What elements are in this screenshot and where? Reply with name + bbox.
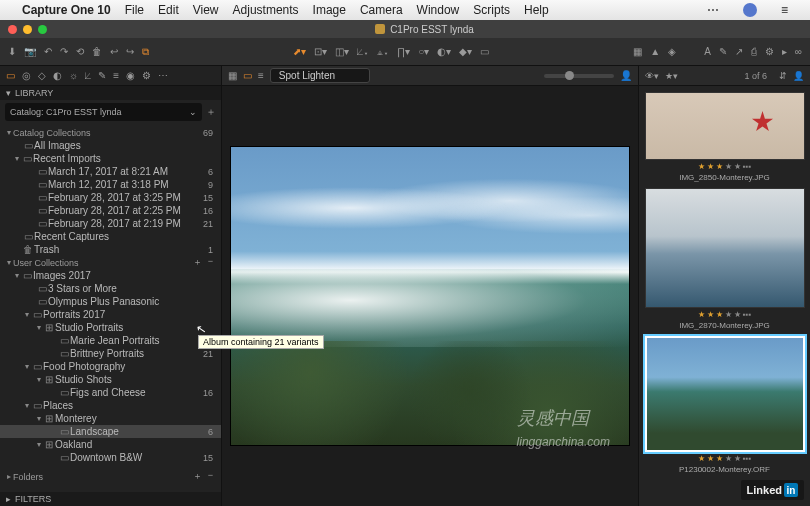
three-stars-album[interactable]: ▭3 Stars or More bbox=[0, 282, 221, 295]
copy-adjustments-icon[interactable]: ↗ bbox=[735, 46, 743, 57]
figs-album[interactable]: ▭Figs and Cheese16 bbox=[0, 386, 221, 399]
studio-shots-group[interactable]: ▾⊞Studio Shots bbox=[0, 373, 221, 386]
user-collections-group[interactable]: ▾User Collections＋− bbox=[0, 256, 221, 269]
straighten-tool-icon[interactable]: ⟁▾ bbox=[377, 46, 389, 57]
downtown-album[interactable]: ▭Downtown B&W15 bbox=[0, 451, 221, 464]
slideshow-icon[interactable]: ▸ bbox=[782, 46, 787, 57]
exposure-tab-icon[interactable]: ☼ bbox=[69, 70, 78, 81]
places-group[interactable]: ▾▭Places bbox=[0, 399, 221, 412]
keystone-tool-icon[interactable]: ∏▾ bbox=[397, 46, 410, 57]
trash-item[interactable]: 🗑Trash1 bbox=[0, 243, 221, 256]
menu-edit[interactable]: Edit bbox=[158, 3, 179, 17]
edit-icon[interactable]: ✎ bbox=[719, 46, 727, 57]
details-tab-icon[interactable]: ✎ bbox=[98, 70, 106, 81]
capture-tab-icon[interactable]: ◎ bbox=[22, 70, 31, 81]
menu-camera[interactable]: Camera bbox=[360, 3, 403, 17]
import-item[interactable]: ▭February 28, 2017 at 3:25 PM15 bbox=[0, 191, 221, 204]
add-collection-button[interactable]: ＋ bbox=[193, 256, 202, 269]
camera-icon[interactable]: 📷 bbox=[24, 46, 36, 57]
status-dotted-icon[interactable]: ⋯ bbox=[707, 3, 719, 17]
zoom-slider[interactable] bbox=[544, 74, 614, 78]
redo-icon[interactable]: ↪ bbox=[126, 46, 134, 57]
hand-tool-icon[interactable]: ⊡▾ bbox=[314, 46, 327, 57]
menu-window[interactable]: Window bbox=[417, 3, 460, 17]
marie-album[interactable]: ▭Marie Jean Portraits11 bbox=[0, 334, 221, 347]
thumbnail-image[interactable] bbox=[645, 188, 805, 308]
lens-tab-icon[interactable]: ◇ bbox=[38, 70, 46, 81]
menu-adjustments[interactable]: Adjustments bbox=[233, 3, 299, 17]
cursor-tool-select[interactable]: Spot Lighten bbox=[270, 68, 370, 83]
main-image-preview[interactable] bbox=[230, 146, 630, 446]
olympus-album[interactable]: ▭Olympus Plus Panasonic bbox=[0, 295, 221, 308]
gradient-tool-icon[interactable]: ▭ bbox=[480, 46, 489, 57]
app-name[interactable]: Capture One 10 bbox=[22, 3, 111, 17]
add-folder-button[interactable]: ＋ bbox=[193, 470, 202, 483]
link-icon[interactable]: ∞ bbox=[795, 46, 802, 57]
eye-icon[interactable]: 👁▾ bbox=[645, 71, 659, 81]
add-catalog-button[interactable]: ＋ bbox=[206, 105, 216, 119]
catalog-selector[interactable]: Catalog: C1Pro ESST lynda⌄ bbox=[5, 103, 202, 121]
proof-icon[interactable]: ◈ bbox=[668, 46, 676, 57]
eraser-tool-icon[interactable]: ◆▾ bbox=[459, 46, 472, 57]
catalog-collections-group[interactable]: ▾Catalog Collections69 bbox=[0, 126, 221, 139]
rotate-ccw-icon[interactable]: ↶ bbox=[44, 46, 52, 57]
import-item[interactable]: ▭February 28, 2017 at 2:19 PM21 bbox=[0, 217, 221, 230]
studio-portraits-group[interactable]: ▾⊞Studio Portraits bbox=[0, 321, 221, 334]
color-tag-icon[interactable]: ▪▪▪ bbox=[743, 162, 752, 171]
remove-collection-button[interactable]: − bbox=[208, 256, 213, 269]
user-avatar-icon[interactable] bbox=[743, 3, 757, 17]
adjustments-tab-icon[interactable]: ≡ bbox=[113, 70, 119, 81]
rotate-cw-icon[interactable]: ↷ bbox=[60, 46, 68, 57]
trash-icon[interactable]: 🗑 bbox=[92, 46, 102, 57]
crop-tool-icon[interactable]: ⟀▾ bbox=[357, 46, 369, 57]
auto-adjust-icon[interactable]: ⧉ bbox=[142, 46, 149, 58]
crop-tab-icon[interactable]: ⟀ bbox=[85, 70, 91, 81]
exposure-warning-icon[interactable]: ▲ bbox=[650, 46, 660, 57]
annotations-icon[interactable]: A bbox=[704, 46, 711, 57]
rating-filter-icon[interactable]: ★▾ bbox=[665, 71, 678, 81]
close-window-button[interactable] bbox=[8, 25, 17, 34]
cursor-tool-icon[interactable]: ⬈▾ bbox=[293, 46, 306, 57]
undo-icon[interactable]: ↩ bbox=[110, 46, 118, 57]
menu-image[interactable]: Image bbox=[313, 3, 346, 17]
library-tab-icon[interactable]: ▭ bbox=[6, 70, 15, 81]
view-multi-icon[interactable]: ≡ bbox=[258, 70, 264, 81]
view-single-icon[interactable]: ▭ bbox=[243, 70, 252, 81]
remove-folder-button[interactable]: − bbox=[208, 470, 213, 483]
import-item[interactable]: ▭March 17, 2017 at 8:21 AM6 bbox=[0, 165, 221, 178]
filters-section-header[interactable]: ▸FILTERS bbox=[0, 492, 221, 506]
menu-help[interactable]: Help bbox=[524, 3, 549, 17]
import-item[interactable]: ▭February 28, 2017 at 2:25 PM16 bbox=[0, 204, 221, 217]
library-section-header[interactable]: ▾LIBRARY bbox=[0, 86, 221, 100]
portraits-group[interactable]: ▾▭Portraits 2017 bbox=[0, 308, 221, 321]
zoom-window-button[interactable] bbox=[38, 25, 47, 34]
menu-file[interactable]: File bbox=[125, 3, 144, 17]
mask-tool-icon[interactable]: ◐▾ bbox=[437, 46, 451, 57]
profile-icon[interactable]: 👤 bbox=[620, 70, 632, 81]
folders-group[interactable]: ▸Folders＋− bbox=[0, 470, 221, 483]
brittney-album[interactable]: ▭Brittney Portraits21 bbox=[0, 347, 221, 360]
oakland-group[interactable]: ▾⊞Oakland bbox=[0, 438, 221, 451]
color-tag-icon[interactable]: ▪▪▪ bbox=[743, 310, 752, 319]
loupe-tool-icon[interactable]: ◫▾ bbox=[335, 46, 349, 57]
browser-profile-icon[interactable]: 👤 bbox=[793, 71, 804, 81]
reset-icon[interactable]: ⟲ bbox=[76, 46, 84, 57]
sort-icon[interactable]: ⇵ bbox=[779, 71, 787, 81]
batch-tab-icon[interactable]: ⋯ bbox=[158, 70, 168, 81]
landscape-album[interactable]: ▭Landscape6 bbox=[0, 425, 221, 438]
print-icon[interactable]: ⎙ bbox=[751, 46, 757, 57]
import-item[interactable]: ▭March 12, 2017 at 3:18 PM9 bbox=[0, 178, 221, 191]
thumbnail-image[interactable] bbox=[645, 92, 805, 160]
menu-scripts[interactable]: Scripts bbox=[473, 3, 510, 17]
color-tag-icon[interactable]: ▪▪▪ bbox=[743, 454, 752, 463]
monterey-group[interactable]: ▾⊞Monterey bbox=[0, 412, 221, 425]
images-2017-group[interactable]: ▾▭Images 2017 bbox=[0, 269, 221, 282]
thumbnail-item[interactable]: ★★★★★▪▪▪ IMG_2850-Monterey.JPG bbox=[645, 92, 804, 184]
menu-extra-icon[interactable]: ≡ bbox=[781, 3, 788, 17]
recent-captures-item[interactable]: ▭Recent Captures bbox=[0, 230, 221, 243]
process-icon[interactable]: ⚙ bbox=[765, 46, 774, 57]
thumbnail-item[interactable]: ★★★★★▪▪▪ IMG_2870-Monterey.JPG bbox=[645, 188, 804, 332]
thumbnail-image[interactable] bbox=[645, 336, 805, 452]
color-tab-icon[interactable]: ◐ bbox=[53, 70, 62, 81]
recent-imports-item[interactable]: ▾▭Recent Imports bbox=[0, 152, 221, 165]
